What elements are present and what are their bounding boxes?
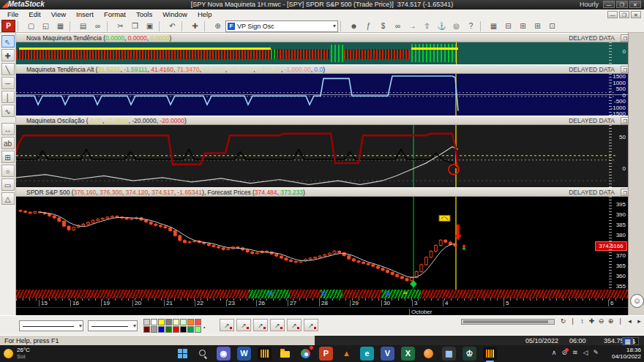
refresh-button[interactable]: ↻: [559, 317, 567, 326]
color-swatch[interactable]: [195, 326, 201, 333]
grid-tool[interactable]: ⊞: [1, 151, 15, 163]
chess-icon[interactable]: ♔: [463, 347, 476, 361]
color-swatch[interactable]: [173, 319, 179, 325]
horizontal-scrollbar[interactable]: [461, 319, 555, 325]
horizontal-line-tool[interactable]: ─: [1, 77, 15, 89]
pointer-tool[interactable]: ⇖: [1, 35, 15, 48]
color-swatch[interactable]: [143, 326, 150, 333]
new-chart-button[interactable]: ▢: [24, 20, 38, 32]
metastock-icon[interactable]: [258, 347, 272, 361]
save-chart-button[interactable]: ▦: [53, 20, 67, 32]
edge-icon[interactable]: e: [360, 347, 374, 361]
oscillator-chart[interactable]: 500: [16, 125, 628, 187]
ellipse-tool[interactable]: ○: [1, 165, 15, 177]
scrollbar-handle[interactable]: [463, 320, 548, 323]
compass-button[interactable]: ✚: [188, 20, 202, 32]
price-candlestick-chart[interactable]: 395390385380370365360355374.5166: [16, 197, 628, 290]
open-chart-button[interactable]: ◱: [39, 20, 53, 32]
semilog-line-tool[interactable]: ∿: [1, 105, 15, 117]
color-swatch[interactable]: [173, 326, 179, 333]
trendline-preset-button[interactable]: ↗: [253, 319, 268, 331]
power-console-button[interactable]: P: [1, 20, 15, 32]
weather-widget[interactable]: 26°CSol: [4, 347, 30, 360]
excel-icon[interactable]: X: [401, 347, 415, 361]
trend-alt-chart[interactable]: 150010005000-500-1000-1500: [16, 74, 628, 116]
color-swatch[interactable]: [165, 319, 172, 325]
trendline-preset-button[interactable]: ↗: [304, 319, 318, 331]
line-weight-dropdown[interactable]: ▾: [88, 320, 138, 331]
trendline-tool[interactable]: ╲: [1, 63, 15, 75]
fit-vertical-button[interactable]: ↕: [578, 317, 586, 326]
menu-view[interactable]: View: [47, 10, 70, 19]
line-style-dropdown[interactable]: ▾: [19, 320, 83, 331]
color-swatch[interactable]: [158, 319, 165, 325]
network-icon[interactable]: ⊘: [561, 349, 567, 356]
wifi-icon[interactable]: ≋: [572, 349, 578, 356]
menu-edit[interactable]: Edit: [24, 10, 45, 19]
color-swatch[interactable]: [187, 319, 194, 325]
rectangle-tool[interactable]: ▭: [1, 178, 15, 191]
vlc-icon[interactable]: ▲: [340, 347, 353, 361]
taskbar-clock[interactable]: 18:36 04/10/2022: [612, 347, 641, 360]
downloader-button[interactable]: ⚓: [435, 20, 449, 32]
close-button[interactable]: ✕: [629, 1, 641, 8]
close-button[interactable]: ✕: [631, 11, 641, 18]
word-icon[interactable]: W: [237, 347, 251, 361]
trendline-preset-button[interactable]: ↗: [220, 319, 234, 331]
trendline-preset-button[interactable]: ↗: [287, 319, 302, 331]
calculator-icon[interactable]: ▦: [442, 347, 456, 361]
volume-icon[interactable]: ◁: [583, 349, 588, 356]
trendline-preset-button[interactable]: ↗: [270, 319, 285, 331]
help-button[interactable]: ?: [464, 20, 478, 32]
menu-window[interactable]: Window: [158, 10, 192, 19]
color-swatch[interactable]: [195, 319, 201, 325]
expert-advisor-button[interactable]: ☻: [347, 20, 361, 32]
menu-insert[interactable]: Insert: [72, 10, 98, 19]
teams-icon[interactable]: ◉: [217, 347, 231, 361]
vertical-line-tool[interactable]: │: [1, 91, 15, 103]
color-swatch[interactable]: [151, 326, 157, 333]
scroll-left-button[interactable]: ◂: [626, 317, 634, 326]
upload-button[interactable]: ⇧: [420, 20, 434, 32]
restore-button[interactable]: ❐: [619, 11, 629, 18]
menu-format[interactable]: Format: [100, 10, 130, 19]
pen-icon[interactable]: ✎: [593, 349, 599, 356]
search-button[interactable]: [196, 347, 210, 361]
restore-button[interactable]: ❐: [616, 1, 628, 8]
text-tool[interactable]: ab: [1, 137, 15, 149]
undo-button[interactable]: ↶: [165, 20, 179, 32]
crosshair-tool[interactable]: ✚: [1, 49, 15, 61]
expand-tool[interactable]: ↔: [1, 123, 15, 135]
explorer-button[interactable]: ∞: [91, 20, 105, 32]
inspect-button[interactable]: ◎: [449, 20, 463, 32]
visio-icon[interactable]: V: [381, 347, 394, 361]
cascade-windows-button[interactable]: ▦: [487, 20, 501, 32]
pan-button[interactable]: ✚: [588, 317, 596, 326]
tile-grid-button[interactable]: ⊞: [531, 20, 544, 32]
color-swatch[interactable]: [158, 326, 165, 333]
color-swatch[interactable]: [151, 319, 157, 325]
tray-expand-icon[interactable]: ∧: [552, 349, 557, 356]
menu-help[interactable]: Help: [193, 10, 217, 19]
minimize-button[interactable]: —: [603, 1, 615, 8]
forecaster-button[interactable]: →: [405, 20, 419, 32]
color-swatch[interactable]: [180, 319, 187, 325]
palette-more-button[interactable]: ▪: [203, 325, 205, 330]
metastock-active-icon[interactable]: [483, 347, 497, 361]
paste-button[interactable]: ▣: [143, 20, 157, 32]
window-options-button[interactable]: ⊡: [545, 20, 559, 32]
color-swatch[interactable]: [143, 319, 150, 325]
screener-button[interactable]: ∞: [391, 20, 405, 32]
color-swatch[interactable]: [165, 326, 172, 333]
indicator-dropdown[interactable]: FVP Sign Osc▾: [225, 20, 338, 32]
trend-signal-chart[interactable]: 0: [16, 42, 628, 64]
quotes-button[interactable]: $: [376, 20, 390, 32]
start-button[interactable]: [176, 347, 190, 361]
cut-button[interactable]: ✂: [113, 20, 127, 32]
tile-horizontal-button[interactable]: ⊟: [501, 20, 515, 32]
color-swatch[interactable]: [180, 326, 187, 333]
tile-vertical-button[interactable]: ⊞: [516, 20, 530, 32]
minimize-button[interactable]: —: [607, 11, 618, 18]
explorer-icon[interactable]: [278, 347, 292, 361]
chrome-icon[interactable]: [299, 347, 312, 361]
